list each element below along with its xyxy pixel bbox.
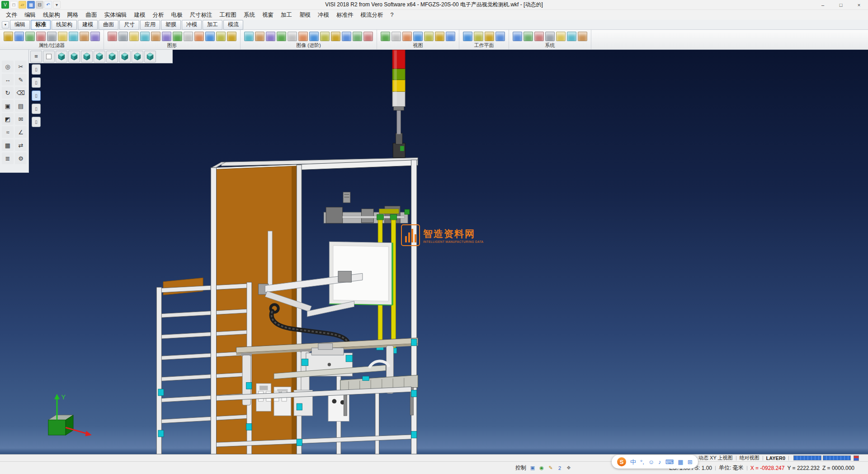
texture-icon[interactable]: ▦ — [2, 139, 14, 151]
view-top-icon[interactable] — [68, 51, 80, 62]
quick-access-caret-icon[interactable]: ▾ — [53, 1, 61, 9]
print-icon[interactable]: ⊟ — [36, 1, 43, 9]
tab-8[interactable]: 冲模 — [182, 20, 202, 30]
annotate-icon[interactable]: ✎ — [547, 465, 554, 472]
ribbon-tool-icon[interactable] — [288, 32, 297, 41]
ime-keyboard[interactable]: ⌨ — [665, 459, 674, 465]
tab-4[interactable]: 曲面 — [99, 20, 118, 30]
ribbon-tool-icon[interactable] — [140, 32, 150, 41]
move-icon[interactable]: ↔ — [2, 74, 14, 85]
ime-emoji[interactable]: ☺ — [648, 459, 654, 465]
ribbon-tool-icon[interactable] — [58, 32, 67, 41]
ribbon-tool-icon[interactable] — [474, 32, 483, 41]
curve-icon[interactable]: ≈ — [2, 126, 14, 138]
view-left-icon[interactable] — [106, 51, 118, 62]
ribbon-tool-icon[interactable] — [173, 32, 182, 41]
menu-item-10[interactable]: 工程图 — [216, 10, 241, 20]
menu-item-17[interactable]: 模流分析 — [357, 10, 387, 20]
solid-icon[interactable]: ▣ — [2, 100, 14, 112]
menu-item-15[interactable]: 冲模 — [314, 10, 333, 20]
menu-item-8[interactable]: 电极 — [168, 10, 186, 20]
ribbon-tool-icon[interactable] — [244, 32, 254, 41]
ribbon-tool-icon[interactable] — [309, 32, 319, 41]
menu-item-2[interactable]: 线架构 — [39, 10, 64, 20]
ribbon-tool-icon[interactable] — [129, 32, 139, 41]
ribbon-tool-icon[interactable] — [151, 32, 160, 41]
tab-2[interactable]: 线架构 — [52, 20, 77, 30]
ribbon-tool-icon[interactable] — [80, 32, 89, 41]
menu-item-9[interactable]: 尺寸标注 — [186, 10, 216, 20]
layers-icon[interactable]: ≣ — [2, 152, 14, 164]
rotate-icon[interactable]: ↻ — [2, 87, 14, 99]
view-iso-icon[interactable] — [56, 51, 67, 62]
tab-0[interactable]: 编辑 — [10, 20, 30, 30]
ribbon-tool-icon[interactable] — [342, 32, 351, 41]
menu-item-7[interactable]: 分析 — [149, 10, 168, 20]
zoom-icon[interactable]: ◎ — [2, 61, 14, 72]
filter-toggle-icon-3[interactable]: ▯ — [32, 104, 41, 114]
ribbon-tool-icon[interactable] — [25, 32, 35, 41]
menu-item-14[interactable]: 塑模 — [296, 10, 314, 20]
view-front-icon[interactable] — [81, 51, 93, 62]
tab-10[interactable]: 模流 — [223, 20, 243, 30]
ime-skin[interactable]: ▦ — [678, 459, 683, 465]
ribbon-tool-icon[interactable] — [578, 32, 587, 41]
status-indicator-icon[interactable] — [854, 455, 859, 461]
menu-item-6[interactable]: 建模 — [131, 10, 149, 20]
ribbon-tool-icon[interactable] — [14, 32, 24, 41]
ribbon-tool-icon[interactable] — [463, 32, 472, 41]
view-list-icon[interactable]: ≡ — [30, 51, 42, 62]
ime-lang-toggle[interactable]: 中 — [630, 459, 636, 465]
tab-7[interactable]: 塑膜 — [161, 20, 181, 30]
filter-toggle-icon-4[interactable]: ▯ — [32, 117, 41, 127]
ribbon-tool-icon[interactable] — [36, 32, 46, 41]
ribbon-tool-icon[interactable] — [424, 32, 434, 41]
ribbon-tool-icon[interactable] — [90, 32, 100, 41]
tab-9[interactable]: 加工 — [203, 20, 222, 30]
viewport-3d[interactable]: ≡ ◎✂↔✎↻⌫▣▤◩✉≈∠▦⇄≣⚙ ▯▯▯▯▯ 智造资料网 INTELLIGE… — [0, 50, 868, 454]
ribbon-tool-icon[interactable] — [495, 32, 505, 41]
ime-voice[interactable]: ♪ — [658, 459, 661, 465]
ribbon-tool-icon[interactable] — [4, 32, 13, 41]
visi-logo-icon[interactable]: V — [1, 1, 9, 9]
ime-logo-icon[interactable]: S — [617, 457, 626, 466]
save-icon[interactable]: ▦ — [27, 1, 35, 9]
send-icon[interactable]: ✉ — [15, 113, 27, 125]
maximize-button[interactable]: □ — [832, 0, 850, 9]
ribbon-tool-icon[interactable] — [513, 32, 522, 41]
ribbon-tool-icon[interactable] — [446, 32, 455, 41]
render-mode-icon[interactable]: ◉ — [538, 465, 545, 472]
view-axonometric-icon[interactable] — [144, 51, 156, 62]
palette-icon[interactable]: ❖ — [565, 465, 572, 472]
menu-item-4[interactable]: 曲面 — [82, 10, 101, 20]
tab-6[interactable]: 应用 — [140, 20, 160, 30]
sheet-icon[interactable]: ▤ — [15, 100, 27, 112]
ribbon-tool-icon[interactable] — [118, 32, 128, 41]
ribbon-tool-icon[interactable] — [413, 32, 423, 41]
ribbon-tool-icon[interactable] — [435, 32, 444, 41]
filter-toggle-icon-1[interactable]: ▯ — [32, 77, 41, 88]
ribbon-tool-icon[interactable] — [227, 32, 236, 41]
trim-icon[interactable]: ✂ — [15, 61, 27, 72]
ribbon-tool-icon[interactable] — [69, 32, 78, 41]
sketch-icon[interactable]: ✎ — [15, 74, 27, 85]
ribbon-tool-icon[interactable] — [331, 32, 340, 41]
menu-item-3[interactable]: 网格 — [64, 10, 82, 20]
ribbon-tool-icon[interactable] — [277, 32, 286, 41]
ribbon-tool-icon[interactable] — [392, 32, 401, 41]
filter-toggle-icon-2[interactable]: ▯ — [32, 90, 41, 101]
ribbon-tool-icon[interactable] — [402, 32, 412, 41]
ime-punctuation[interactable]: °, — [640, 459, 644, 465]
dimension-icon[interactable]: ∠ — [15, 126, 27, 138]
menu-item-5[interactable]: 实体编辑 — [101, 10, 131, 20]
filter-toggle-icon-0[interactable]: ▯ — [32, 64, 41, 75]
ribbon-tool-icon[interactable] — [255, 32, 264, 41]
open-file-icon[interactable]: ▱ — [19, 1, 26, 9]
ribbon-tool-icon[interactable] — [205, 32, 215, 41]
tab-3[interactable]: 建模 — [78, 20, 98, 30]
layer-indicator[interactable]: LAYER0 — [766, 455, 785, 461]
view-right-icon[interactable] — [94, 51, 105, 62]
menu-item-18[interactable]: ? — [387, 11, 397, 19]
snapshot-icon[interactable]: ▣ — [529, 465, 536, 472]
ribbon-tool-icon[interactable] — [216, 32, 226, 41]
